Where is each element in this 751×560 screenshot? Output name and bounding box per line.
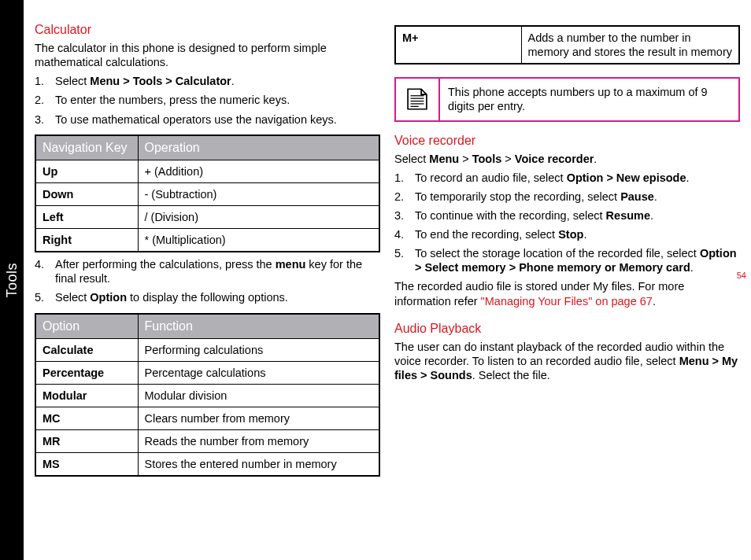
voice-tail: The recorded audio file is stored under …: [394, 279, 740, 308]
step-text: Select Option to display the following o…: [55, 290, 380, 304]
note-box: This phone accepts numbers up to a maxim…: [394, 77, 740, 121]
audio-paragraph: The user can do instant playback of the …: [394, 340, 740, 382]
right-column: M+ Adds a number to the number in memory…: [394, 22, 740, 481]
table-row: Down- (Subtraction): [35, 182, 379, 205]
step-3: 3. To continue with the recording, selec…: [394, 208, 740, 223]
step-text: To select the storage location of the re…: [415, 246, 740, 274]
calculator-steps-top: 1. Select Menu > Tools > Calculator. 2. …: [35, 74, 380, 131]
table-row: MRReads the number from memory: [35, 430, 379, 453]
step-4: 4. To end the recording, select Stop.: [394, 227, 740, 241]
step-number: 4.: [394, 227, 415, 241]
calculator-steps-bottom: 4. After performing the calculations, pr…: [35, 257, 380, 309]
navigation-key-table: Navigation Key Operation Up+ (Addition) …: [35, 134, 380, 253]
section-title-audio-playback: Audio Playback: [394, 321, 740, 337]
step-number: 2.: [35, 93, 55, 107]
mplus-table: M+ Adds a number to the number in memory…: [394, 25, 740, 64]
table-header: Function: [138, 314, 379, 339]
step-text: Select Menu > Tools > Calculator.: [55, 74, 380, 88]
voice-lead: Select Menu > Tools > Voice recorder.: [394, 152, 740, 166]
step-text: To continue with the recording, select R…: [415, 208, 740, 223]
voice-steps: 1. To record an audio file, select Optio…: [394, 171, 740, 280]
step-number: 3.: [394, 208, 415, 223]
step-text: To temporarily stop the recording, selec…: [415, 190, 740, 204]
table-row: Left/ (Division): [35, 205, 379, 228]
step-5: 5. Select Option to display the followin…: [35, 290, 380, 304]
section-title-calculator: Calculator: [35, 22, 380, 38]
step-2: 2. To temporarily stop the recording, se…: [394, 190, 740, 204]
step-1: 1. Select Menu > Tools > Calculator.: [35, 74, 380, 88]
step-1: 1. To record an audio file, select Optio…: [394, 171, 740, 185]
step-5: 5. To select the storage location of the…: [394, 246, 740, 274]
table-row: ModularModular division: [35, 384, 379, 407]
option-function-table: Option Function CalculatePerforming calc…: [35, 313, 380, 477]
step-text: To end the recording, select Stop.: [415, 227, 740, 241]
table-row: M+ Adds a number to the number in memory…: [395, 26, 739, 64]
table-row: Right* (Multiplication): [35, 229, 379, 252]
step-number: 4.: [35, 257, 55, 286]
table-row: MSStores the entered number in memory: [35, 453, 379, 477]
step-number: 3.: [35, 112, 55, 127]
sidebar-label: Tools: [3, 263, 21, 298]
note-icon: [396, 79, 440, 120]
step-text: After performing the calculations, press…: [55, 257, 380, 286]
cross-reference-link[interactable]: "Managing Your Files" on page 67: [481, 295, 653, 308]
left-column: Calculator The calculator in this phone …: [35, 22, 380, 481]
step-number: 5.: [394, 246, 415, 274]
step-text: To enter the numbers, press the numeric …: [55, 93, 380, 107]
table-row: Up+ (Addition): [35, 160, 379, 182]
step-text: To use mathematical operators use the na…: [55, 112, 380, 127]
table-header: Operation: [138, 135, 379, 160]
step-number: 1.: [35, 74, 55, 88]
table-row: CalculatePerforming calculations: [35, 338, 379, 361]
step-2: 2. To enter the numbers, press the numer…: [35, 93, 380, 107]
table-header: Navigation Key: [35, 135, 138, 160]
step-number: 5.: [35, 290, 55, 304]
note-text: This phone accepts numbers up to a maxim…: [440, 79, 738, 120]
sidebar-tab: Tools: [0, 0, 24, 560]
table-row: MCClears number from memory: [35, 407, 379, 429]
step-number: 2.: [394, 190, 415, 204]
document-icon: [404, 87, 431, 111]
step-number: 1.: [394, 171, 415, 185]
calculator-intro: The calculator in this phone is designed…: [35, 41, 380, 69]
step-4: 4. After performing the calculations, pr…: [35, 257, 380, 286]
table-row: PercentagePercentage calculations: [35, 361, 379, 384]
step-3: 3. To use mathematical operators use the…: [35, 112, 380, 127]
table-header: Option: [35, 314, 138, 339]
page-content: Calculator The calculator in this phone …: [24, 0, 751, 497]
step-text: To record an audio file, select Option >…: [415, 171, 740, 185]
section-title-voice-recorder: Voice recorder: [394, 133, 740, 149]
